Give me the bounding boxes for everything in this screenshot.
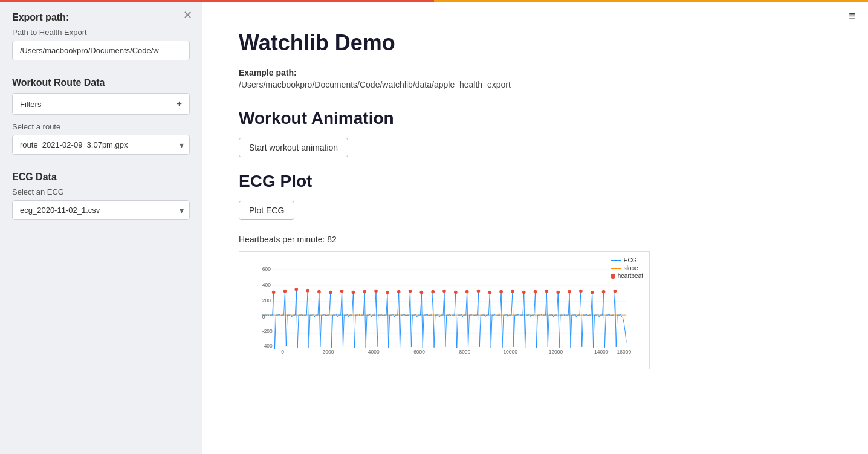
- heartbeat-dot: [283, 290, 287, 293]
- heartbeat-legend-dot: [611, 274, 615, 279]
- heartbeat-dot: [534, 290, 537, 294]
- heartbeat-dot: [409, 290, 412, 293]
- heartbeat-legend-label: heartbeat: [618, 273, 643, 279]
- workout-route-section: Workout Route Data Filters + Select a ro…: [12, 77, 190, 155]
- x-axis-12000: 12000: [549, 349, 563, 355]
- ecg-select[interactable]: ecg_2020-11-02_1.csv: [12, 200, 190, 220]
- heartbeat-dot: [522, 291, 526, 294]
- close-button[interactable]: ✕: [183, 10, 192, 21]
- heartbeat-dot: [431, 290, 435, 294]
- select-route-label: Select a route: [12, 122, 190, 131]
- x-axis-14000: 14000: [594, 349, 609, 355]
- slope-legend-line: [611, 268, 621, 269]
- ecg-chart-svg: 600 400 200 0 -200 -400 0 2000 4000 6000…: [245, 258, 643, 355]
- ecg-legend-label: ECG: [624, 257, 637, 264]
- plus-icon: +: [177, 99, 182, 109]
- page-title: Watchlib Demo: [239, 30, 832, 56]
- heartbeat-dot: [591, 291, 594, 294]
- heartbeat-dot: [317, 290, 321, 294]
- heartbeat-dot: [568, 290, 571, 294]
- filters-label: Filters: [20, 100, 41, 109]
- heartbeat-dot: [556, 291, 560, 294]
- heartbeat-dot: [499, 290, 503, 294]
- heartbeat-dot: [329, 291, 332, 294]
- ecg-line: [262, 290, 626, 349]
- heartbeat-dot: [442, 290, 446, 293]
- start-workout-button[interactable]: Start workout animation: [239, 138, 348, 157]
- heartbeat-dot: [386, 291, 389, 294]
- heartbeat-dot: [602, 290, 606, 294]
- x-axis-8000: 8000: [459, 349, 470, 355]
- ecg-legend: ECG slope heartbeat: [611, 257, 643, 279]
- heartbeat-dot: [477, 290, 481, 293]
- ecg-data-title: ECG Data: [12, 172, 190, 183]
- example-path-value: /Users/macbookpro/Documents/Code/watchli…: [239, 80, 832, 89]
- example-path-label: Example path:: [239, 68, 832, 77]
- sidebar: ✕ Export path: Path to Health Export Wor…: [0, 0, 202, 454]
- legend-slope: slope: [611, 265, 643, 271]
- main-content: ≡ Watchlib Demo Example path: /Users/mac…: [202, 0, 868, 454]
- heartbeat-dot: [614, 290, 617, 293]
- x-axis-2000: 2000: [323, 349, 334, 355]
- heartbeat-dot: [420, 291, 424, 294]
- hamburger-button[interactable]: ≡: [849, 10, 856, 22]
- export-path-title: Export path:: [12, 12, 190, 23]
- y-axis-minus200: -200: [262, 328, 273, 334]
- route-select-wrapper: route_2021-02-09_3.07pm.gpx: [12, 135, 190, 155]
- select-ecg-label: Select an ECG: [12, 187, 190, 196]
- heartbeat-dot: [465, 290, 469, 294]
- heartbeat-info: Heartbeats per minute: 82: [239, 235, 832, 244]
- x-axis-16000: 16000: [617, 349, 632, 355]
- x-axis-10000: 10000: [503, 349, 517, 355]
- route-select[interactable]: route_2021-02-09_3.07pm.gpx: [12, 135, 190, 155]
- y-axis-0: 0: [262, 314, 265, 320]
- legend-ecg: ECG: [611, 257, 643, 264]
- y-axis-minus400: -400: [262, 343, 273, 349]
- x-axis-4000: 4000: [368, 349, 380, 355]
- heartbeat-dot: [454, 291, 458, 294]
- y-axis-200: 200: [262, 297, 271, 303]
- hamburger-icon: ≡: [849, 9, 856, 22]
- heartbeat-dot: [488, 291, 491, 294]
- close-icon: ✕: [183, 9, 192, 21]
- plot-ecg-button[interactable]: Plot ECG: [239, 201, 294, 220]
- filters-button[interactable]: Filters +: [12, 93, 190, 115]
- legend-heartbeat: heartbeat: [611, 273, 643, 279]
- x-axis-6000: 6000: [413, 349, 425, 355]
- ecg-plot-title: ECG Plot: [239, 172, 832, 191]
- ecg-chart-container: ECG slope heartbeat: [239, 251, 650, 369]
- heartbeat-dot: [340, 290, 344, 293]
- x-axis-0: 0: [281, 349, 284, 355]
- heartbeat-dot: [294, 288, 298, 291]
- heartbeat-dot: [306, 289, 309, 293]
- heartbeat-dot: [352, 291, 355, 294]
- ecg-data-section: ECG Data Select an ECG ecg_2020-11-02_1.…: [12, 172, 190, 220]
- y-axis-400: 400: [262, 282, 271, 288]
- heartbeat-dot: [374, 290, 378, 293]
- heartbeat-dot: [545, 290, 549, 293]
- workout-route-title: Workout Route Data: [12, 77, 190, 88]
- workout-animation-title: Workout Animation: [239, 109, 832, 128]
- export-path-input[interactable]: [12, 41, 190, 60]
- slope-legend-label: slope: [624, 265, 638, 271]
- export-path-label: Path to Health Export: [12, 28, 190, 37]
- heartbeat-dot: [579, 290, 583, 293]
- heartbeat-dot: [272, 291, 276, 294]
- export-path-section: Export path: Path to Health Export: [12, 12, 190, 60]
- heartbeat-dot: [363, 290, 366, 294]
- heartbeat-dot: [397, 290, 401, 294]
- heartbeat-dot: [511, 290, 514, 293]
- y-axis-600: 600: [262, 266, 271, 272]
- ecg-select-wrapper: ecg_2020-11-02_1.csv: [12, 200, 190, 220]
- ecg-legend-line: [611, 260, 621, 261]
